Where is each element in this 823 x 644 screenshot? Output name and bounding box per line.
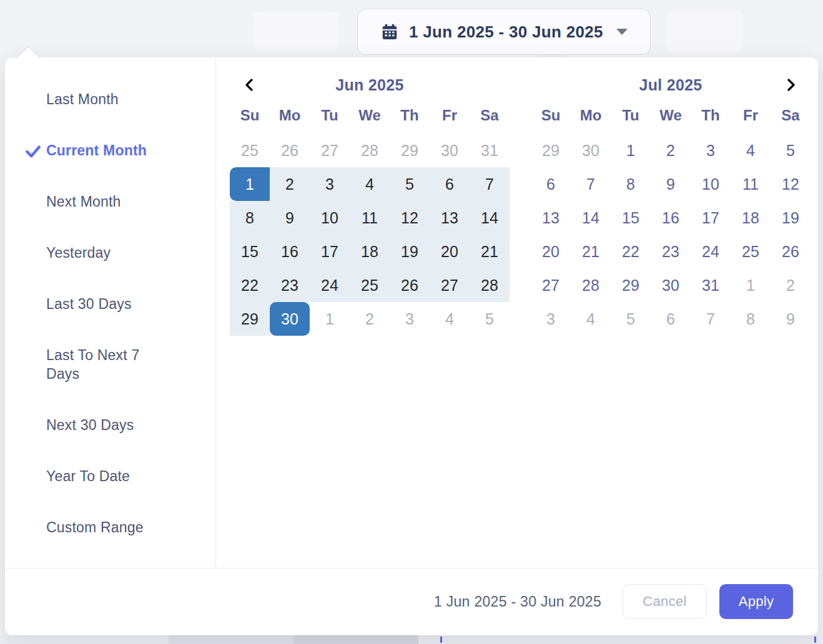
- day-cell[interactable]: 14: [470, 201, 510, 235]
- day-cell[interactable]: 25: [230, 134, 270, 167]
- day-cell[interactable]: 30: [571, 134, 611, 167]
- day-cell[interactable]: 2: [771, 268, 811, 302]
- day-number: 6: [445, 175, 454, 193]
- day-cell[interactable]: 2: [350, 302, 390, 336]
- day-cell[interactable]: 26: [390, 268, 430, 302]
- day-cell[interactable]: 4: [571, 302, 611, 336]
- day-cell[interactable]: 30: [270, 302, 310, 336]
- day-cell[interactable]: 13: [531, 201, 571, 235]
- day-cell[interactable]: 1: [230, 167, 270, 201]
- day-number: 14: [582, 209, 599, 227]
- day-cell[interactable]: 29: [531, 134, 571, 167]
- day-cell[interactable]: 15: [611, 201, 651, 235]
- day-cell[interactable]: 11: [731, 167, 771, 201]
- date-range-trigger-button[interactable]: 1 Jun 2025 - 30 Jun 2025: [357, 9, 651, 55]
- day-cell[interactable]: 5: [470, 302, 510, 336]
- day-cell[interactable]: 12: [390, 201, 430, 235]
- day-cell[interactable]: 1: [731, 268, 771, 302]
- preset-item-yesterday[interactable]: Yesterday: [5, 227, 215, 278]
- day-cell[interactable]: 7: [571, 167, 611, 201]
- day-cell[interactable]: 29: [390, 134, 430, 167]
- day-cell[interactable]: 16: [270, 235, 310, 268]
- preset-item-next-30-days[interactable]: Next 30 Days: [5, 399, 215, 451]
- day-cell[interactable]: 8: [731, 302, 771, 336]
- day-cell[interactable]: 10: [691, 167, 731, 201]
- preset-item-last-30-days[interactable]: Last 30 Days: [5, 278, 215, 329]
- day-cell[interactable]: 4: [430, 302, 470, 336]
- day-cell[interactable]: 28: [470, 268, 510, 302]
- day-cell[interactable]: 27: [430, 268, 470, 302]
- day-cell[interactable]: 2: [651, 134, 691, 167]
- day-cell[interactable]: 20: [531, 235, 571, 268]
- day-cell[interactable]: 21: [571, 235, 611, 268]
- day-cell[interactable]: 22: [230, 268, 270, 302]
- day-cell[interactable]: 4: [731, 134, 771, 167]
- day-cell[interactable]: 3: [531, 302, 571, 336]
- day-cell[interactable]: 14: [571, 201, 611, 235]
- day-cell[interactable]: 15: [230, 235, 270, 268]
- day-cell[interactable]: 5: [771, 134, 811, 167]
- day-cell[interactable]: 22: [611, 235, 651, 268]
- day-cell[interactable]: 24: [691, 235, 731, 268]
- day-cell[interactable]: 26: [270, 134, 310, 167]
- day-cell[interactable]: 1: [310, 302, 350, 336]
- day-cell[interactable]: 5: [390, 167, 430, 201]
- day-cell[interactable]: 4: [350, 167, 390, 201]
- day-cell[interactable]: 25: [350, 268, 390, 302]
- day-cell[interactable]: 30: [430, 134, 470, 167]
- prev-month-button[interactable]: [230, 74, 270, 96]
- preset-item-next-month[interactable]: Next Month: [5, 176, 215, 227]
- preset-item-last-to-next-7-days[interactable]: Last To Next 7 Days: [5, 329, 215, 399]
- day-cell[interactable]: 23: [270, 268, 310, 302]
- apply-button[interactable]: Apply: [719, 584, 793, 619]
- day-cell[interactable]: 5: [611, 302, 651, 336]
- day-cell[interactable]: 8: [230, 201, 270, 235]
- day-cell[interactable]: 24: [310, 268, 350, 302]
- day-cell[interactable]: 9: [270, 201, 310, 235]
- day-cell[interactable]: 16: [651, 201, 691, 235]
- day-cell[interactable]: 2: [270, 167, 310, 201]
- day-cell[interactable]: 29: [611, 268, 651, 302]
- day-cell[interactable]: 11: [350, 201, 390, 235]
- day-cell[interactable]: 6: [430, 167, 470, 201]
- day-cell[interactable]: 19: [390, 235, 430, 268]
- preset-item-last-month[interactable]: Last Month: [5, 74, 215, 125]
- day-cell[interactable]: 30: [651, 268, 691, 302]
- day-cell[interactable]: 6: [651, 302, 691, 336]
- day-cell[interactable]: 26: [771, 235, 811, 268]
- preset-item-year-to-date[interactable]: Year To Date: [5, 451, 215, 502]
- day-cell[interactable]: 20: [430, 235, 470, 268]
- day-cell[interactable]: 27: [531, 268, 571, 302]
- day-cell[interactable]: 7: [691, 302, 731, 336]
- day-cell[interactable]: 3: [390, 302, 430, 336]
- day-cell[interactable]: 1: [611, 134, 651, 167]
- next-month-button[interactable]: [771, 74, 811, 96]
- cancel-button[interactable]: Cancel: [623, 584, 707, 619]
- day-cell[interactable]: 23: [651, 235, 691, 268]
- day-cell[interactable]: 21: [470, 235, 510, 268]
- day-cell[interactable]: 6: [531, 167, 571, 201]
- day-cell[interactable]: 9: [771, 302, 811, 336]
- day-cell[interactable]: 9: [651, 167, 691, 201]
- day-cell[interactable]: 28: [350, 134, 390, 167]
- day-cell[interactable]: 29: [230, 302, 270, 336]
- day-cell[interactable]: 3: [691, 134, 731, 167]
- day-cell[interactable]: 18: [350, 235, 390, 268]
- day-cell[interactable]: 31: [470, 134, 510, 167]
- day-cell[interactable]: 19: [771, 201, 811, 235]
- day-cell[interactable]: 17: [310, 235, 350, 268]
- day-cell[interactable]: 10: [310, 201, 350, 235]
- day-cell[interactable]: 3: [310, 167, 350, 201]
- day-cell[interactable]: 27: [310, 134, 350, 167]
- day-cell[interactable]: 12: [771, 167, 811, 201]
- day-cell[interactable]: 17: [691, 201, 731, 235]
- day-cell[interactable]: 8: [611, 167, 651, 201]
- preset-item-custom-range[interactable]: Custom Range: [5, 502, 215, 553]
- day-cell[interactable]: 13: [430, 201, 470, 235]
- day-cell[interactable]: 7: [470, 167, 510, 201]
- preset-item-current-month[interactable]: Current Month: [5, 125, 215, 176]
- day-cell[interactable]: 18: [731, 201, 771, 235]
- day-cell[interactable]: 28: [571, 268, 611, 302]
- day-cell[interactable]: 25: [731, 235, 771, 268]
- day-cell[interactable]: 31: [691, 268, 731, 302]
